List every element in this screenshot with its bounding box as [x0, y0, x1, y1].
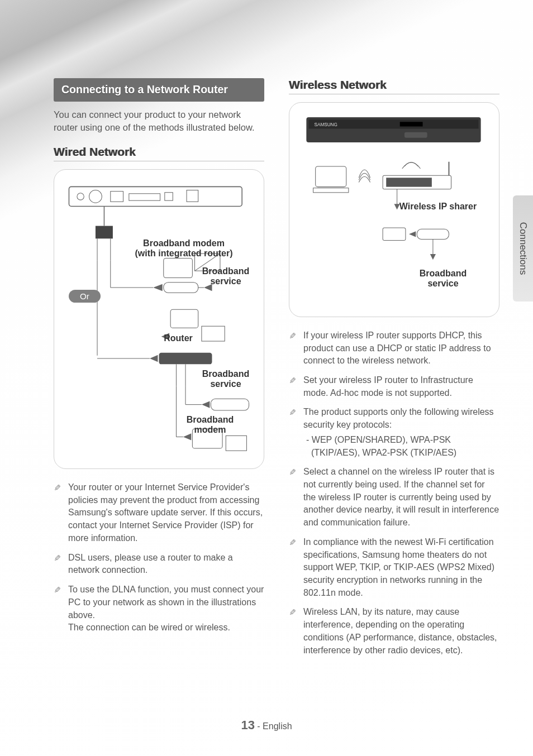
svg-rect-0: [69, 186, 242, 206]
wireless-diagram: SAMSUNG: [289, 102, 499, 317]
svg-rect-46: [386, 178, 432, 186]
modem-router-label: Broadband modem (with integrated router): [128, 238, 240, 259]
note-item: Your router or your Internet Service Pro…: [54, 481, 264, 545]
note-item: Select a channel on the wireless IP rout…: [289, 466, 499, 529]
note-item: The product supports only the following …: [289, 406, 499, 459]
svg-marker-30: [202, 401, 210, 408]
wired-network-heading: Wired Network: [54, 145, 264, 161]
note-item: Wireless LAN, by its nature, may cause i…: [289, 606, 499, 657]
page-language: English: [263, 721, 292, 731]
side-tab: Connections: [513, 195, 533, 302]
note-item: In compliance with the newest Wi-Fi cert…: [289, 536, 499, 600]
or-pill: Or: [69, 290, 101, 303]
svg-point-2: [89, 190, 102, 203]
svg-marker-15: [153, 284, 163, 290]
svg-rect-41: [400, 122, 423, 126]
svg-rect-6: [187, 190, 198, 202]
svg-rect-3: [111, 191, 123, 202]
note-item: If your wireless IP router supports DHCP…: [289, 329, 499, 367]
right-column: Wireless Network SAMSUNG: [289, 78, 499, 663]
note-item: To use the DLNA function, you must conne…: [54, 583, 264, 634]
svg-rect-24: [159, 352, 212, 364]
svg-rect-5: [165, 192, 173, 200]
svg-rect-52: [417, 229, 449, 239]
broadband-modem-label: Broadband modem: [177, 415, 244, 435]
svg-rect-43: [316, 166, 346, 187]
page-lang-sep: -: [257, 721, 263, 731]
note-sub-point: - WEP (OPEN/SHARED), WPA-PSK (TKIP/AES),…: [303, 434, 499, 459]
note-item: Set your wireless IP router to Infrastru…: [289, 374, 499, 399]
page-number: 13: [241, 718, 254, 732]
svg-rect-14: [164, 282, 198, 293]
page-content: Connecting to a Network Router You can c…: [0, 0, 533, 663]
svg-rect-44: [313, 188, 349, 193]
svg-text:SAMSUNG: SAMSUNG: [315, 122, 337, 127]
svg-rect-7: [96, 226, 113, 238]
side-tab-label: Connections: [517, 222, 529, 275]
broadband-service-label-2: Broadband service: [198, 369, 254, 389]
left-column: Connecting to a Network Router You can c…: [54, 78, 264, 663]
svg-rect-4: [129, 193, 160, 200]
svg-rect-34: [226, 436, 246, 451]
svg-point-1: [77, 193, 84, 199]
wired-diagram: Broadband modem (with integrated router)…: [54, 169, 264, 470]
page-footer: 13 - English: [0, 718, 533, 733]
svg-marker-25: [150, 355, 158, 361]
svg-rect-50: [383, 228, 406, 240]
wireless-broadband-service-label: Broadband service: [410, 269, 477, 289]
svg-marker-54: [430, 254, 436, 260]
svg-rect-21: [170, 309, 198, 328]
section-title-bar: Connecting to a Network Router: [54, 78, 264, 102]
wired-notes: Your router or your Internet Service Pro…: [54, 481, 264, 634]
wireless-ip-sharer-label: Wireless IP sharer: [391, 202, 486, 212]
note-item: DSL users, please use a router to make a…: [54, 552, 264, 577]
svg-rect-42: [404, 132, 427, 138]
wireless-network-heading: Wireless Network: [289, 78, 499, 94]
svg-rect-29: [211, 399, 249, 410]
router-label: Router: [150, 333, 206, 343]
intro-text: You can connect your product to your net…: [54, 108, 264, 134]
svg-marker-51: [409, 231, 416, 237]
svg-rect-11: [164, 258, 193, 277]
broadband-service-label-1: Broadband service: [198, 266, 254, 286]
wireless-notes: If your wireless IP router supports DHCP…: [289, 329, 499, 657]
